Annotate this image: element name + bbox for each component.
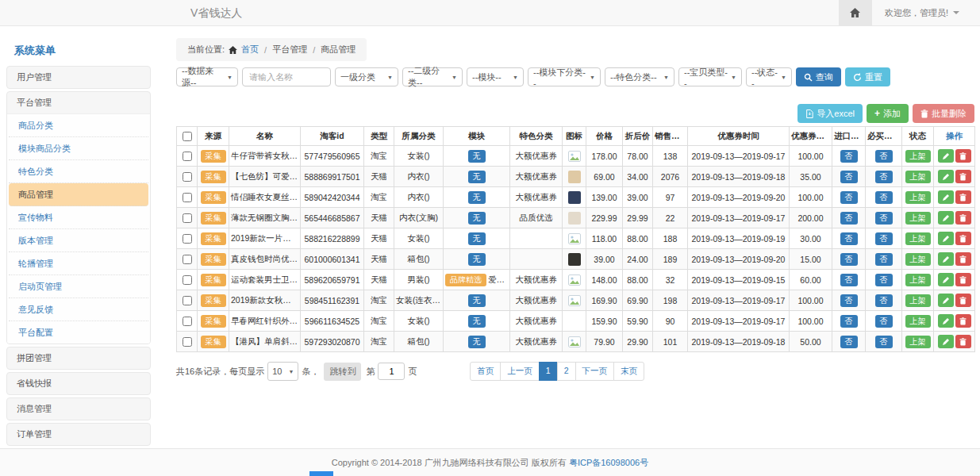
imported-badge: 否 (840, 191, 858, 204)
delete-button[interactable] (955, 149, 971, 163)
delete-button[interactable] (955, 232, 971, 245)
row-checkbox[interactable] (183, 172, 192, 182)
user-menu[interactable]: 欢迎您，管理员! (872, 7, 980, 19)
must-buy-cell: 否 (866, 187, 902, 208)
column-header: 淘客id (301, 127, 364, 146)
coupon-time-cell: 2019-09-13—2019-09-18 (688, 167, 790, 187)
edit-button[interactable] (938, 211, 954, 225)
home-button[interactable] (839, 0, 872, 25)
edit-button[interactable] (938, 294, 954, 307)
row-checkbox[interactable] (183, 213, 192, 223)
sidebar-item-goods-category[interactable]: 商品分类 (9, 114, 148, 137)
filter-select-level2-category[interactable]: --二级分类--▼ (402, 67, 463, 86)
filter-select-data-source[interactable]: --数据来源--▼ (176, 67, 238, 86)
row-checkbox[interactable] (183, 193, 192, 202)
delete-button[interactable] (955, 170, 971, 183)
name-cell: 2019新款女秋薄款... (229, 290, 301, 311)
import-excel-button[interactable]: 导入excel (797, 104, 863, 123)
pager-item[interactable]: 1 (539, 362, 558, 381)
row-checkbox[interactable] (183, 152, 192, 161)
module-cell: 无 (444, 290, 510, 311)
pager-item[interactable]: 下一页 (575, 362, 615, 381)
sidebar-item-module-goods-category[interactable]: 模块商品分类 (9, 137, 148, 160)
sidebar-group-platform-mgmt[interactable]: 平台管理 (7, 92, 150, 113)
edit-button[interactable] (938, 232, 954, 245)
status-cell: 上架 (902, 270, 934, 290)
sidebar-item-goods-mgmt[interactable]: 商品管理 (9, 183, 148, 206)
delete-button[interactable] (955, 314, 971, 328)
sidebar-item-version-mgmt[interactable]: 版本管理 (9, 229, 148, 252)
filter-input-name[interactable] (242, 67, 331, 86)
caret-down-icon: ▼ (289, 369, 294, 374)
edit-button[interactable] (938, 252, 954, 266)
sidebar-group-groupbuy-mgmt[interactable]: 拼团管理 (7, 347, 150, 369)
delete-button[interactable] (955, 273, 971, 286)
row-checkbox[interactable] (183, 275, 192, 285)
table-row: 采集运动套装男士卫衣初秋...589620659791天猫男装()品牌精选爱上运… (177, 270, 975, 290)
delete-button[interactable] (955, 252, 971, 266)
row-select-cell (177, 249, 198, 270)
row-checkbox[interactable] (183, 296, 192, 305)
type-cell: 淘宝 (364, 311, 394, 332)
column-header: 来源 (198, 127, 229, 146)
search-button[interactable]: 查询 (796, 67, 841, 86)
filter-select-status[interactable]: --状态--▼ (746, 67, 792, 86)
sidebar-item-splash-mgmt[interactable]: 启动页管理 (9, 275, 148, 298)
column-header: 模块 (444, 127, 510, 146)
row-checkbox[interactable] (183, 255, 192, 264)
filter-select-level1-category[interactable]: 一级分类▼ (335, 67, 398, 86)
sidebar-item-feedback[interactable]: 意见反馈 (9, 298, 148, 321)
icon-cell (563, 187, 586, 208)
icp-link[interactable]: 粤ICP备16098006号 (569, 458, 648, 467)
row-checkbox[interactable] (183, 337, 192, 347)
batch-delete-button[interactable]: 批量删除 (913, 104, 974, 123)
edit-button[interactable] (938, 149, 954, 163)
filter-select-item-type[interactable]: --宝贝类型--▼ (678, 67, 742, 86)
feature-cell (510, 249, 563, 270)
edit-button[interactable] (938, 314, 954, 328)
delete-button[interactable] (955, 294, 971, 307)
sidebar-item-platform-config[interactable]: 平台配置 (9, 321, 148, 344)
pager-item[interactable]: 上一页 (500, 362, 540, 381)
sidebar-group-user-mgmt[interactable]: 用户管理 (7, 67, 150, 88)
sidebar-item-carousel-mgmt[interactable]: 轮播管理 (9, 252, 148, 275)
add-button[interactable]: + 添加 (867, 104, 909, 123)
sidebar-item-feature-category[interactable]: 特色分类 (9, 160, 148, 183)
sidebar-group-order-mgmt[interactable]: 订单管理 (7, 424, 150, 445)
imported-badge: 否 (840, 336, 858, 348)
filter-select-module-sub-category[interactable]: --模块下分类--▼ (528, 67, 601, 86)
module-cell: 无 (444, 167, 510, 187)
page-number-input[interactable] (378, 363, 405, 380)
imported-cell: 否 (832, 187, 866, 208)
import-icon (805, 109, 813, 118)
pager-item[interactable]: 2 (557, 362, 576, 381)
row-checkbox[interactable] (183, 234, 192, 244)
delete-button[interactable] (955, 335, 971, 348)
must-buy-cell: 否 (866, 208, 902, 228)
sidebar-group-saving-express[interactable]: 省钱快报 (7, 373, 150, 394)
edit-icon (942, 235, 950, 243)
sidebar-item-promo-material[interactable]: 宣传物料 (9, 206, 148, 229)
delete-button[interactable] (955, 211, 971, 225)
reset-button[interactable]: 重置 (845, 67, 890, 86)
filter-select-module[interactable]: --模块--▼ (467, 67, 524, 86)
ops-cell (934, 208, 975, 228)
pager-item[interactable]: 末页 (613, 362, 644, 381)
must-buy-cell: 否 (866, 249, 902, 270)
select-all-checkbox[interactable] (183, 132, 192, 141)
pager-item[interactable]: 首页 (470, 362, 501, 381)
edit-button[interactable] (938, 170, 954, 183)
edit-button[interactable] (938, 273, 954, 286)
breadcrumb-home-link[interactable]: 首页 (241, 44, 259, 56)
per-page-select[interactable]: 10 ▼ (267, 362, 298, 381)
delete-button[interactable] (955, 190, 971, 204)
jump-button[interactable]: 跳转到 (324, 363, 361, 381)
edit-button[interactable] (938, 335, 954, 348)
filter-select-feature-category[interactable]: --特色分类--▼ (605, 67, 674, 86)
row-checkbox[interactable] (183, 317, 192, 326)
sidebar-group-message-mgmt[interactable]: 消息管理 (7, 398, 150, 420)
coupon-time-cell: 2019-09-13—2019-09-20 (688, 249, 790, 270)
ops-cell (934, 249, 975, 270)
price-cell: 169.90 (586, 290, 623, 311)
edit-button[interactable] (938, 190, 954, 204)
